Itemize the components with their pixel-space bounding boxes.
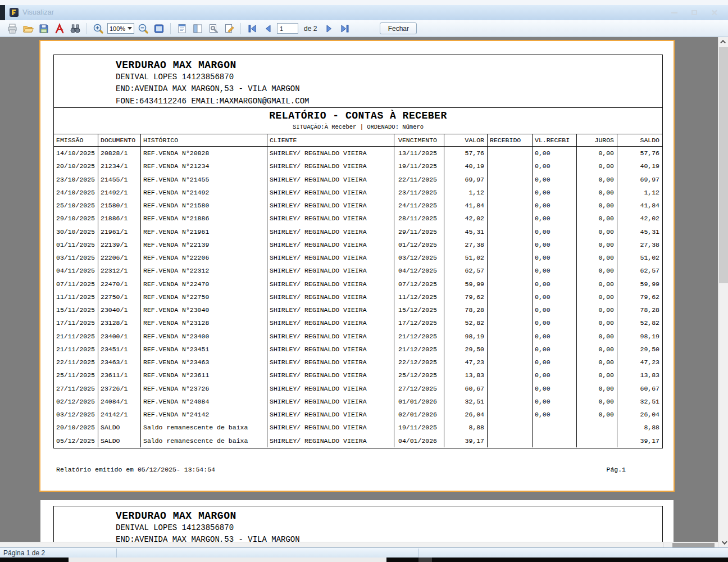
cell-valor: 8,88 xyxy=(444,421,488,434)
cell-juros: 0,00 xyxy=(577,160,617,173)
cell-valor: 59,99 xyxy=(444,278,488,291)
cell-cliente: SHIRLEY/ REGINALDO VIEIRA xyxy=(267,251,394,264)
cell-cliente: SHIRLEY/ REGINALDO VIEIRA xyxy=(267,186,394,199)
cell-vl-recebi: 0,00 xyxy=(533,369,577,382)
cell-emissao: 04/11/2025 xyxy=(54,264,98,277)
table-row: 25/11/202523611/1REF.VENDA N°23611SHIRLE… xyxy=(54,369,662,382)
cell-documento: 22312/1 xyxy=(98,264,141,277)
page-number-input[interactable] xyxy=(277,23,298,34)
cell-valor: 69,97 xyxy=(444,173,488,186)
prev-page-button[interactable] xyxy=(261,22,275,35)
close-button[interactable]: ✕ xyxy=(709,7,720,17)
first-page-button[interactable] xyxy=(245,22,259,35)
maximize-button[interactable] xyxy=(689,7,700,17)
cell-juros: 0,00 xyxy=(577,225,617,238)
cell-emissao: 05/12/2025 xyxy=(54,434,98,447)
cell-juros: 0,00 xyxy=(577,186,617,199)
fechar-button[interactable]: Fechar xyxy=(380,22,417,34)
cell-cliente: SHIRLEY/ REGINALDO VIEIRA xyxy=(267,212,394,225)
cell-historico: REF.VENDA N°22139 xyxy=(141,238,267,251)
print-icon xyxy=(7,23,18,34)
zoom-level-select[interactable]: 100% xyxy=(107,23,134,34)
zoom-out-icon xyxy=(138,23,149,34)
cell-recebido xyxy=(488,278,533,291)
cell-vencimento: 01/01/2026 xyxy=(394,395,444,408)
cell-juros: 0,00 xyxy=(577,173,617,186)
page-setup-button[interactable] xyxy=(207,22,220,35)
find-button[interactable] xyxy=(69,22,82,35)
report-title-section: RELATÓRIO - CONTAS À RECEBER SITUAÇÃO:À … xyxy=(54,108,662,134)
cell-documento: 23611/1 xyxy=(98,369,141,382)
cell-saldo: 8,88 xyxy=(617,421,662,434)
cell-recebido xyxy=(488,160,533,173)
cell-cliente: SHIRLEY/ REGINALDO VIEIRA xyxy=(267,343,394,356)
export-pdf-button[interactable] xyxy=(53,22,66,35)
column-header-juros: JUROS xyxy=(577,134,617,146)
full-page-button[interactable] xyxy=(152,22,166,35)
edit-button[interactable] xyxy=(222,22,236,35)
cell-emissao: 03/12/2025 xyxy=(54,408,98,421)
cell-vencimento: 22/11/2025 xyxy=(394,173,444,186)
cell-valor: 42,02 xyxy=(444,212,488,225)
vertical-scrollbar[interactable] xyxy=(718,37,728,547)
cell-vl-recebi: 0,00 xyxy=(533,251,577,264)
cell-valor: 52,82 xyxy=(444,316,488,329)
cell-vl-recebi: 0,00 xyxy=(533,291,577,303)
cell-documento: 24142/1 xyxy=(98,408,141,421)
cell-valor: 1,12 xyxy=(444,186,488,199)
cell-valor: 39,17 xyxy=(444,434,488,447)
cell-valor: 26,04 xyxy=(444,408,488,421)
last-page-button[interactable] xyxy=(338,22,352,35)
thumbnails-button[interactable] xyxy=(191,22,204,35)
cell-vencimento: 28/11/2025 xyxy=(394,212,444,225)
scroll-up-button[interactable] xyxy=(718,37,728,47)
minimize-button[interactable] xyxy=(668,7,680,17)
cell-saldo: 1,12 xyxy=(617,186,662,199)
cell-vencimento: 23/11/2025 xyxy=(394,186,444,199)
cell-juros: 0,00 xyxy=(577,369,617,382)
cell-recebido xyxy=(488,212,533,225)
column-header-emissao: EMISSÃO xyxy=(54,134,98,146)
cell-documento: 23463/1 xyxy=(98,356,141,369)
horizontal-scrollbar-thumb[interactable] xyxy=(672,543,715,547)
cell-vencimento: 17/12/2025 xyxy=(394,316,444,329)
cell-vl-recebi: 0,00 xyxy=(533,356,577,369)
vertical-scrollbar-thumb[interactable] xyxy=(719,47,728,283)
cell-juros: 0,00 xyxy=(577,316,617,329)
print-button[interactable] xyxy=(6,22,19,35)
cell-documento: 23451/1 xyxy=(98,343,141,356)
cell-juros: 0,00 xyxy=(577,408,617,421)
cell-vencimento: 04/12/2025 xyxy=(394,264,444,277)
zoom-level-value: 100% xyxy=(110,25,125,32)
titlebar-dark-edge xyxy=(0,5,5,20)
cell-juros: 0,00 xyxy=(577,343,617,356)
cell-historico: REF.VENDA N°23400 xyxy=(141,330,267,343)
cell-documento: 21455/1 xyxy=(98,173,141,186)
next-page-button[interactable] xyxy=(322,22,336,35)
scroll-down-button[interactable] xyxy=(718,538,728,547)
cell-recebido xyxy=(488,264,533,277)
cell-valor: 98,19 xyxy=(444,330,488,343)
zoom-in-button[interactable] xyxy=(92,22,105,35)
cell-emissao: 20/10/2025 xyxy=(54,160,98,173)
status-bar: Página 1 de 2 xyxy=(0,547,728,558)
cell-vl-recebi: 0,00 xyxy=(533,238,577,251)
report-view-button[interactable] xyxy=(175,22,189,35)
cell-historico: Saldo remanescente de baixa xyxy=(141,421,267,434)
open-button[interactable] xyxy=(21,22,35,35)
table-row: 04/11/202522312/1REF.VENDA N°22312SHIRLE… xyxy=(54,264,662,277)
cell-vencimento: 21/12/2025 xyxy=(394,343,444,356)
cell-valor: 13,83 xyxy=(444,369,488,382)
full-page-icon xyxy=(153,23,165,34)
cell-cliente: SHIRLEY/ REGINALDO VIEIRA xyxy=(267,147,394,160)
cell-recebido xyxy=(488,382,533,395)
close-icon: ✕ xyxy=(711,8,718,17)
cell-vl-recebi: 0,00 xyxy=(533,330,577,343)
cell-recebido xyxy=(488,356,533,369)
table-row: 05/12/2025SALDOSaldo remanescente de bai… xyxy=(54,434,662,447)
cell-recebido xyxy=(488,238,533,251)
cell-documento: 20828/1 xyxy=(98,147,141,160)
zoom-out-button[interactable] xyxy=(136,22,150,35)
save-button[interactable] xyxy=(37,22,51,35)
horizontal-scrollbar[interactable] xyxy=(0,542,718,547)
